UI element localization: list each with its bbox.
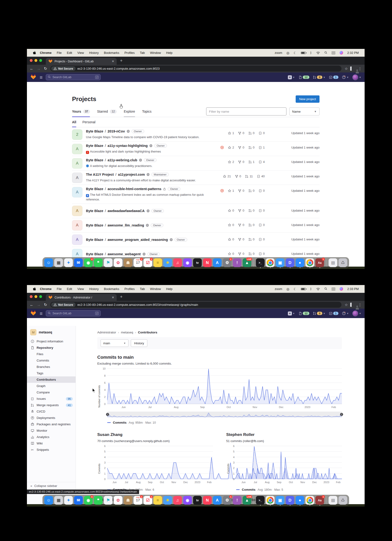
battery-icon[interactable] <box>299 288 308 290</box>
menu-item-profiles[interactable]: Profiles <box>122 287 137 291</box>
issue-count[interactable]: 0 <box>259 252 265 255</box>
dock-icon-documents-stack[interactable]: ▤ <box>329 258 337 267</box>
minimize-window-button[interactable] <box>35 59 37 62</box>
forward-button[interactable]: → <box>37 303 41 307</box>
dock-icon-podcasts[interactable]: ◉ <box>183 258 192 267</box>
dock-icon-mail[interactable]: ✉ <box>74 258 83 267</box>
collapse-sidebar-button[interactable]: «Collapse sidebar <box>27 482 76 489</box>
merge-request-count[interactable]: 0 <box>248 252 255 255</box>
dock-icon-maps[interactable]: ⚑ <box>104 496 113 505</box>
pipeline-failed-icon[interactable] <box>220 189 224 192</box>
dock-icon-calendar[interactable]: FEB171 <box>134 258 142 267</box>
project-row[interactable]: 2Byte Blaze / 2019-nCovOwnerUse Google M… <box>72 127 319 142</box>
issue-count[interactable]: 0 <box>259 223 265 227</box>
sidebar-item-wiki[interactable]: Wiki <box>27 440 76 447</box>
menu-item-history[interactable]: History <box>86 51 101 55</box>
dock-icon-facetime[interactable]: ◉4 <box>84 258 93 267</box>
project-row[interactable]: AThe A11Y Project / a11yproject.comMaint… <box>72 171 319 185</box>
create-new-button[interactable]: +▼ <box>288 312 295 316</box>
dock-icon-zoom-app[interactable]: ● <box>296 496 304 505</box>
menu-item-chrome[interactable]: Chrome <box>37 287 54 291</box>
spotlight-icon[interactable] <box>322 287 329 291</box>
gitlab-search-input[interactable]: Search GitLab/ <box>46 74 101 80</box>
browser-menu-icon[interactable]: ⋮ <box>358 303 362 307</box>
close-tab-icon[interactable]: ✕ <box>112 296 114 299</box>
address-bar[interactable]: Not Secureec2-3-130-83-246.us-east-2.com… <box>50 302 341 308</box>
dock-icon-font-book[interactable]: Aa1 <box>315 496 324 505</box>
creative-cloud-icon[interactable]: ◎ <box>284 51 291 55</box>
issue-count[interactable]: 0 <box>259 189 265 192</box>
menu-item-help[interactable]: Help <box>164 287 175 291</box>
fork-count[interactable]: 0 <box>238 238 244 241</box>
close-window-button[interactable] <box>30 295 33 298</box>
dock-icon-launchpad[interactable]: ▦ <box>54 496 63 505</box>
project-row[interactable]: AByte Blaze / a11y-syntax-highlightingOw… <box>72 142 319 156</box>
dock-icon-weather[interactable]: ☀ <box>163 258 172 267</box>
fork-count[interactable]: 0 <box>238 160 244 164</box>
project-name-link[interactable]: Byte Blaze / 2019-nCovOwner <box>86 129 199 133</box>
tab-explore[interactable]: Explore <box>124 106 135 117</box>
menu-item-file[interactable]: File <box>54 51 64 55</box>
project-row[interactable]: AByte Blaze / awesome_llm_readingOwner00… <box>72 218 319 233</box>
create-new-button[interactable]: +▼ <box>288 75 295 79</box>
sidebar-item-graph[interactable]: Graph <box>27 383 76 389</box>
menu-item-window[interactable]: Window <box>147 287 163 291</box>
breadcrumb-item[interactable]: metaseq <box>121 331 133 334</box>
star-count[interactable]: 2 <box>228 146 234 149</box>
back-button[interactable]: ← <box>30 303 34 307</box>
gitlab-search-input[interactable]: Search GitLab/ <box>46 310 101 317</box>
dock-icon-photos[interactable]: ✿ <box>114 496 123 505</box>
project-name-link[interactable]: Byte Blaze / a11y-webring.clubOwner <box>86 158 157 162</box>
project-name-link[interactable]: Byte Blaze / awesome_program_aided_reaso… <box>86 238 187 242</box>
creative-cloud-icon[interactable]: ◎ <box>284 287 291 291</box>
issues-nav-icon[interactable]: 12 <box>298 76 310 79</box>
do-not-disturb-icon[interactable]: ☾ <box>291 51 299 55</box>
dock-icon-prism-live-studio[interactable]: ▲LIVE <box>243 258 251 267</box>
dock-icon-chromium[interactable] <box>306 496 314 505</box>
dock-icon-notes[interactable]: ≡ <box>153 496 162 505</box>
dock-icon-finder[interactable]: ☺ <box>44 258 53 267</box>
dock-icon-contacts[interactable]: ☗ <box>124 258 132 267</box>
project-row[interactable]: AByte Blaze / awesome_program_aided_reas… <box>72 233 319 247</box>
dock-icon-documents-stack[interactable]: ▤ <box>329 496 337 505</box>
dock-icon-music[interactable]: ♫ <box>173 258 182 267</box>
fork-count[interactable]: 0 <box>235 175 241 178</box>
dock-icon-app-store[interactable]: A <box>213 496 222 505</box>
apple-logo-icon[interactable] <box>31 287 37 291</box>
menu-item-help[interactable]: Help <box>164 51 175 55</box>
control-center-icon[interactable] <box>329 288 337 291</box>
sidebar-item-issues[interactable]: Issues95 <box>27 395 76 402</box>
side-panel-icon[interactable] <box>351 67 352 71</box>
project-name-link[interactable]: Byte Blaze / accessible-html-content-pat… <box>86 187 215 191</box>
dock-icon-system-settings[interactable]: ⚙1 <box>223 496 232 505</box>
dock-icon-news[interactable]: N <box>203 258 212 267</box>
star-count[interactable]: 21 <box>223 175 231 178</box>
dock-icon-chrome[interactable] <box>266 258 275 267</box>
sidebar-item-analytics[interactable]: Analytics <box>27 434 76 440</box>
menu-item-tab[interactable]: Tab <box>137 51 147 55</box>
merge-request-count[interactable]: 0 <box>248 146 255 149</box>
reload-button[interactable]: ↻ <box>44 66 47 71</box>
new-project-button[interactable]: New project <box>296 95 319 103</box>
sidebar-item-monitor[interactable]: Monitor <box>27 427 76 434</box>
dock-icon-calendar[interactable]: FEB171 <box>134 496 142 505</box>
side-panel-icon[interactable] <box>351 303 352 307</box>
dock-icon-finder[interactable]: ☺ <box>44 496 53 505</box>
dock-icon-app-store[interactable]: A <box>213 258 222 267</box>
range-slider-right-handle[interactable] <box>340 413 343 416</box>
dock-icon-reminders[interactable]: ☑1 <box>144 258 152 267</box>
wifi-icon[interactable] <box>314 52 322 54</box>
range-slider-left-handle[interactable] <box>106 413 109 416</box>
issue-count[interactable]: 4 <box>259 160 265 164</box>
dock-icon-mail[interactable]: ✉ <box>74 496 83 505</box>
merge-request-count[interactable]: 0 <box>248 209 255 212</box>
issue-count[interactable]: 0 <box>259 131 265 135</box>
zoom-window-button[interactable] <box>39 295 42 298</box>
do-not-disturb-icon[interactable]: ☾ <box>291 287 299 291</box>
dock-icon-discord[interactable]: D <box>286 496 294 505</box>
merge-requests-nav-icon[interactable]: 8▼ <box>313 76 325 79</box>
battery-icon[interactable] <box>299 52 308 54</box>
menu-item-edit[interactable]: Edit <box>64 287 75 291</box>
dock-icon-discord[interactable]: D <box>286 258 294 267</box>
back-button[interactable]: ← <box>30 67 34 71</box>
